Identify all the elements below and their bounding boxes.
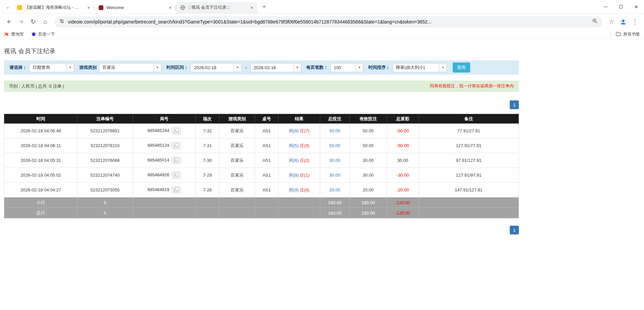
chevron-down-icon[interactable]: ▼ xyxy=(293,63,301,72)
cell-note: 127.91/97.91 xyxy=(419,168,519,183)
table-body: 2026-02-18 04:06:49523212079851685485244… xyxy=(4,124,519,197)
result-banker: 庄(1) xyxy=(300,173,309,178)
table-row: 2026-02-18 04:06:49523212079851685485244… xyxy=(4,124,519,138)
new-tab-button[interactable]: + xyxy=(259,2,269,11)
cell-valid-bet: 20.00 xyxy=(350,183,387,197)
forum-favicon-icon xyxy=(17,5,22,10)
result-player: 闲(5) xyxy=(289,143,299,148)
cell-game-type: 百家乐 xyxy=(219,153,255,168)
subtotal-label: 小计 xyxy=(4,197,78,208)
cell-table: AS1 xyxy=(255,153,279,168)
back-icon[interactable] xyxy=(3,16,15,28)
round-result-icon[interactable] xyxy=(171,172,181,179)
bookmark-taobao[interactable]: 淘 爱淘宝 xyxy=(4,32,24,37)
sort-label: 时间排序： xyxy=(368,64,390,71)
table-row: 2026-02-18 04:05:31523212076066685485014… xyxy=(4,153,519,168)
col-table: 桌号 xyxy=(255,114,279,124)
address-bar[interactable]: videoie.com/ipl/portal.php/game/betrecor… xyxy=(54,16,602,28)
tab-close-icon[interactable]: × xyxy=(86,5,92,11)
cell-time: 2026-02-18 04:05:02 xyxy=(4,168,78,183)
tab-welcome[interactable]: Welcome × xyxy=(94,2,176,13)
tab-bet-records-active[interactable]: :::视讯 会员下注纪录::: × xyxy=(176,2,257,13)
cell-table: AS1 xyxy=(255,183,279,197)
result-banker: 庄(6) xyxy=(300,187,309,192)
minimize-button[interactable] xyxy=(598,0,613,14)
page-button-1[interactable]: 1 xyxy=(510,100,519,109)
reload-icon[interactable]: ↻ xyxy=(28,16,39,28)
cell-note: 147.91/127.91 xyxy=(419,183,519,197)
cell-total-bet[interactable]: 50.00 xyxy=(320,138,350,153)
cell-payout: -20.00 xyxy=(387,183,419,197)
bookmark-label: 百度一下 xyxy=(38,32,55,37)
chevron-down-icon[interactable]: ▼ xyxy=(66,63,74,72)
cell-time: 2026-02-18 04:06:11 xyxy=(4,138,78,153)
maximize-button[interactable] xyxy=(613,0,629,14)
chevron-down-icon[interactable]: ▼ xyxy=(355,63,363,72)
result-player: 闲(8) xyxy=(289,173,299,178)
cell-time: 2026-02-18 04:05:31 xyxy=(4,153,78,168)
tab-forum[interactable]: 【新提醒】海燕策略论坛 - 综合 × xyxy=(13,2,94,13)
cell-total-bet[interactable]: 30.00 xyxy=(320,168,350,183)
profile-avatar[interactable] xyxy=(618,16,629,27)
site-info-icon[interactable] xyxy=(59,18,64,25)
round-result-icon[interactable] xyxy=(171,142,181,149)
round-number: 685485014 xyxy=(147,158,169,163)
round-number: 685485124 xyxy=(147,143,169,148)
tab-search-chevron-icon[interactable]: ⌄ xyxy=(3,2,13,12)
bookmarks-divider xyxy=(611,32,611,38)
col-session: 场次 xyxy=(196,114,219,124)
per-page-select[interactable]: 100 ▼ xyxy=(331,63,363,72)
empty-cell xyxy=(196,197,219,208)
query-button[interactable]: 查询 xyxy=(453,62,470,73)
browser-toolbar: ↻ ⌂ videoie.com/ipl/portal.php/game/betr… xyxy=(0,14,644,30)
cell-session: 7-28 xyxy=(196,183,219,197)
chevron-down-icon[interactable]: ▼ xyxy=(234,63,241,72)
pagination-bottom: 1 xyxy=(4,226,519,234)
forward-icon[interactable] xyxy=(15,16,27,28)
result-player: 闲(8) xyxy=(289,128,299,133)
menu-dots-icon[interactable]: ⋮ xyxy=(629,16,641,28)
cell-total-bet[interactable]: 50.00 xyxy=(320,124,350,138)
bookmarks-bar: 淘 爱淘宝 百度一下 所有书签 xyxy=(0,30,644,40)
cell-total-bet[interactable]: 20.00 xyxy=(320,183,350,197)
cell-payout: -50.00 xyxy=(387,124,419,138)
bookmark-baidu[interactable]: 百度一下 xyxy=(31,32,55,38)
col-round: 局号 xyxy=(133,114,196,124)
round-result-icon[interactable] xyxy=(171,157,181,164)
home-icon[interactable]: ⌂ xyxy=(40,16,51,28)
cell-result: 闲(8) 庄(7) xyxy=(279,124,320,138)
url-text[interactable]: videoie.com/ipl/portal.php/game/betrecor… xyxy=(68,19,589,25)
round-result-icon[interactable] xyxy=(171,127,181,134)
tab-close-icon[interactable]: × xyxy=(167,5,173,11)
chevron-down-icon[interactable]: ▼ xyxy=(439,63,447,72)
total-label: 总计 xyxy=(4,208,78,218)
cell-valid-bet: 50.00 xyxy=(350,138,387,153)
subtotal-count: 5 xyxy=(78,197,133,208)
date-to-select[interactable]: 2026-02-18 ▼ xyxy=(250,63,301,72)
tab-close-icon[interactable]: × xyxy=(249,5,255,11)
date-from-select[interactable]: 2026-02-18 ▼ xyxy=(191,63,242,72)
cell-table: AS1 xyxy=(255,138,279,153)
sort-select[interactable]: 降幂(由大到小) ▼ xyxy=(393,63,447,72)
round-result-icon[interactable] xyxy=(171,186,181,193)
zoom-icon[interactable] xyxy=(592,18,598,25)
close-button[interactable]: ✕ xyxy=(629,0,644,14)
cell-bet-id: 523212073055 xyxy=(78,183,133,197)
table-row: 2026-02-18 04:06:11523212078119685485124… xyxy=(4,138,519,153)
all-bookmarks[interactable]: 所有书签 xyxy=(616,32,640,37)
empty-cell xyxy=(279,197,320,208)
page-button-1[interactable]: 1 xyxy=(510,226,519,234)
cell-result: 闲(8) 庄(1) xyxy=(279,168,320,183)
bookmark-star-icon[interactable]: ☆ xyxy=(606,16,617,28)
empty-cell xyxy=(255,208,279,218)
game-type-select[interactable]: 百家乐 ▼ xyxy=(99,63,161,72)
cell-game-type: 百家乐 xyxy=(219,138,255,153)
taobao-icon: 淘 xyxy=(4,32,9,37)
cell-valid-bet: 30.00 xyxy=(350,153,387,168)
chevron-down-icon[interactable]: ▼ xyxy=(153,63,161,72)
empty-cell xyxy=(219,208,255,218)
cell-game-type: 百家乐 xyxy=(219,183,255,197)
cell-total-bet[interactable]: 30.00 xyxy=(320,153,350,168)
query-type-select[interactable]: 日期查询 ▼ xyxy=(29,63,74,72)
cell-session: 7-31 xyxy=(196,138,219,153)
